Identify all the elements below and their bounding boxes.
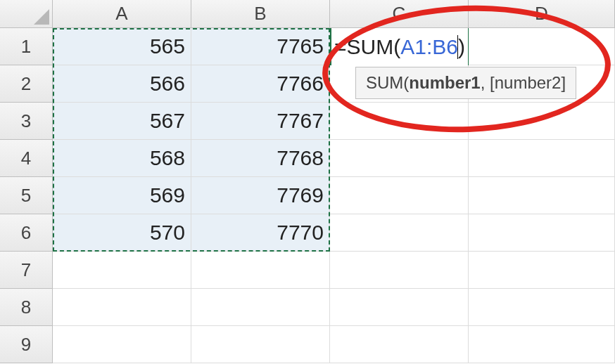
cell-b2[interactable]: 7766: [191, 65, 330, 103]
cell-a5[interactable]: 569: [53, 177, 191, 214]
cell-b1[interactable]: 7765: [191, 28, 330, 65]
select-all-corner[interactable]: [0, 0, 53, 28]
cell-d8[interactable]: [469, 289, 615, 326]
col-header-a[interactable]: A: [53, 0, 191, 28]
cell-c5[interactable]: [330, 177, 469, 214]
cell-d9[interactable]: [469, 326, 615, 363]
row-headers: 1 2 3 4 5 6 7 8 9: [0, 28, 53, 363]
row-header-9[interactable]: 9: [0, 326, 53, 363]
cell-c7[interactable]: [330, 252, 469, 289]
cell-c9[interactable]: [330, 326, 469, 363]
cell-a3[interactable]: 567: [53, 103, 191, 140]
cell-d6[interactable]: [469, 214, 615, 252]
tooltip-rest: , [number2]: [481, 73, 566, 93]
cell-c3[interactable]: [330, 103, 469, 140]
cell-d5[interactable]: [469, 177, 615, 214]
row-header-4[interactable]: 4: [0, 140, 53, 177]
row-header-1[interactable]: 1: [0, 28, 53, 65]
formula-close-paren: ): [458, 35, 465, 59]
cell-b4[interactable]: 7768: [191, 140, 330, 177]
row-header-6[interactable]: 6: [0, 214, 53, 252]
row-header-8[interactable]: 8: [0, 289, 53, 326]
cell-c4[interactable]: [330, 140, 469, 177]
formula-tooltip[interactable]: SUM(number1, [number2]: [355, 67, 576, 99]
col-header-c[interactable]: C: [330, 0, 469, 28]
cell-a8[interactable]: [53, 289, 191, 326]
column-headers: A B C D: [53, 0, 615, 28]
formula-range: A1:B6: [400, 35, 458, 59]
col-header-b[interactable]: B: [191, 0, 330, 28]
cell-d3[interactable]: [469, 103, 615, 140]
cell-a4[interactable]: 568: [53, 140, 191, 177]
row-header-3[interactable]: 3: [0, 103, 53, 140]
cell-c8[interactable]: [330, 289, 469, 326]
cell-a6[interactable]: 570: [53, 214, 191, 252]
cell-b6[interactable]: 7770: [191, 214, 330, 252]
formula-prefix: =: [334, 35, 347, 59]
cell-d1[interactable]: [469, 28, 615, 65]
formula-editor[interactable]: =SUM(A1:B6): [331, 28, 468, 65]
cell-a7[interactable]: [53, 252, 191, 289]
cell-c6[interactable]: [330, 214, 469, 252]
cell-b9[interactable]: [191, 326, 330, 363]
formula-open-paren: (: [393, 35, 400, 59]
tooltip-arg1: number1: [409, 73, 480, 93]
formula-function: SUM: [347, 35, 394, 59]
cell-a9[interactable]: [53, 326, 191, 363]
cell-b7[interactable]: [191, 252, 330, 289]
tooltip-fn: SUM(: [366, 73, 409, 93]
row-header-2[interactable]: 2: [0, 65, 53, 103]
cell-b3[interactable]: 7767: [191, 103, 330, 140]
cell-d7[interactable]: [469, 252, 615, 289]
cell-d4[interactable]: [469, 140, 615, 177]
cell-b5[interactable]: 7769: [191, 177, 330, 214]
row-header-7[interactable]: 7: [0, 252, 53, 289]
row-header-5[interactable]: 5: [0, 177, 53, 214]
col-header-d[interactable]: D: [469, 0, 615, 28]
cell-b8[interactable]: [191, 289, 330, 326]
cell-a1[interactable]: 565: [53, 28, 191, 65]
cell-a2[interactable]: 566: [53, 65, 191, 103]
